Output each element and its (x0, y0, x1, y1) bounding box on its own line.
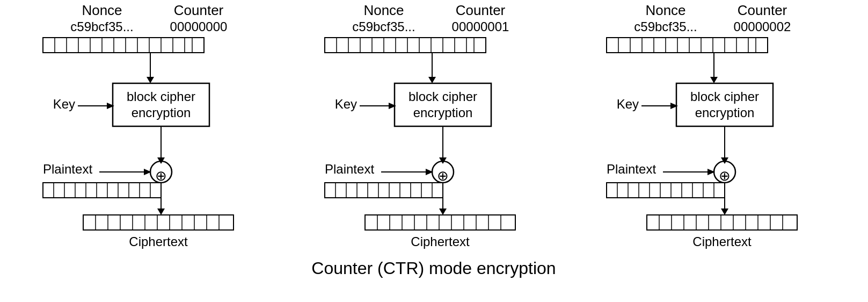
block1-key-label: Key (53, 97, 75, 111)
block3-ciphertext-block (647, 215, 797, 230)
block3-input-block (607, 38, 768, 53)
block3-xor-symbol: ⊕ (719, 168, 731, 184)
block2-counter-label: Counter (456, 2, 506, 18)
block1-counter-label: Counter (174, 2, 224, 18)
svg-rect-114 (647, 215, 797, 230)
block2-key-label: Key (335, 97, 357, 111)
block1-arrow-down-1 (147, 77, 154, 83)
block1-enc-text-line1: block cipher (127, 89, 195, 104)
block3-counter-value: 00000002 (734, 19, 791, 34)
block1-plaintext-block (43, 183, 161, 198)
block2-ciphertext-label: Ciphertext (411, 234, 470, 249)
block2-ciphertext-block (365, 215, 515, 230)
block1-enc-text-line2: encryption (132, 105, 191, 120)
block2-arrow-down-1 (428, 77, 436, 83)
svg-rect-102 (607, 183, 725, 198)
block2-plaintext-label: Plaintext (325, 162, 374, 176)
block2-nonce-label: Nonce (363, 2, 404, 18)
block1-counter-value: 00000000 (170, 19, 228, 34)
block1-xor-symbol: ⊕ (155, 168, 167, 184)
block3-enc-text-line1: block cipher (690, 89, 759, 104)
svg-rect-42 (325, 38, 486, 53)
block3-counter-label: Counter (738, 2, 787, 18)
svg-rect-18 (43, 183, 161, 198)
block1-ciphertext-block (83, 215, 234, 230)
block2-enc-text-line2: encryption (413, 105, 473, 120)
block1-ciphertext-label: Ciphertext (129, 234, 188, 249)
block3-ciphertext-label: Ciphertext (692, 234, 752, 249)
block2-plaintext-block (325, 183, 443, 198)
svg-rect-0 (43, 38, 204, 53)
block2-counter-value: 00000001 (452, 19, 509, 34)
svg-rect-84 (607, 38, 768, 53)
block3-arrow-down-1 (710, 77, 718, 83)
block3-plaintext-label: Plaintext (607, 162, 656, 176)
svg-rect-72 (365, 215, 515, 230)
caption: Counter (CTR) mode encryption (311, 258, 556, 278)
block2-input-block (325, 38, 486, 53)
block3-arrow-down-3 (721, 208, 728, 215)
block1-input-block (43, 38, 204, 53)
svg-rect-30 (83, 215, 234, 230)
block3-nonce-label: Nonce (645, 2, 685, 18)
block2-enc-text-line1: block cipher (409, 89, 477, 104)
block2-xor-symbol: ⊕ (437, 168, 449, 184)
block1-arrow-down-3 (157, 208, 165, 215)
block3-enc-text-line2: encryption (695, 105, 755, 120)
block3-plaintext-block (607, 183, 725, 198)
main-diagram: Nonce Counter c59bcf35... 00000000 block… (0, 0, 868, 279)
block2-arrow-down-3 (439, 208, 447, 215)
block3-nonce-value: c59bcf35... (634, 19, 697, 34)
block1-nonce-value: c59bcf35... (70, 19, 133, 34)
block3-key-label: Key (617, 97, 639, 111)
svg-rect-60 (325, 183, 443, 198)
block1-plaintext-label: Plaintext (43, 162, 92, 176)
block2-nonce-value: c59bcf35... (352, 19, 415, 34)
block1-nonce-label: Nonce (82, 2, 122, 18)
